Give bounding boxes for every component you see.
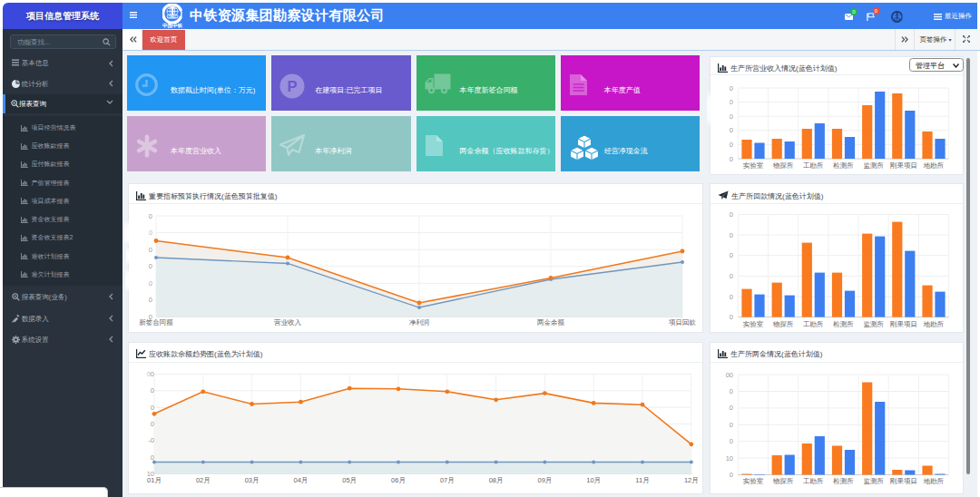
svg-text:实验室: 实验室: [743, 320, 764, 328]
svg-text:0: 0: [730, 251, 733, 259]
svg-text:0: 0: [151, 453, 154, 461]
svg-text:09月: 09月: [537, 476, 552, 484]
svg-text:0: 0: [730, 293, 733, 301]
svg-text:0: 0: [730, 471, 733, 479]
svg-text:0: 0: [151, 403, 154, 411]
svg-text:10: 10: [726, 453, 733, 462]
svg-text:03月: 03月: [245, 476, 260, 484]
svg-text:项目回款: 项目回款: [669, 318, 697, 326]
svg-text:检测所: 检测所: [832, 477, 854, 485]
svg-text:0: 0: [730, 387, 733, 395]
svg-text:物探所: 物探所: [773, 161, 794, 170]
svg-text:地勘所: 地勘所: [923, 320, 945, 328]
svg-text:净利润: 净利润: [409, 318, 430, 326]
svg-text:工勘所: 工勘所: [803, 477, 824, 485]
svg-text:07月: 07月: [440, 476, 455, 484]
svg-text:0: 0: [730, 210, 733, 219]
svg-text:0: 0: [730, 420, 733, 428]
svg-text:02月: 02月: [196, 476, 211, 484]
svg-text:工勘所: 工勘所: [803, 161, 824, 170]
svg-text:0: 0: [730, 404, 733, 412]
svg-text:00: 00: [726, 370, 733, 378]
svg-text:0: 0: [730, 313, 733, 321]
svg-text:10月: 10月: [586, 476, 601, 484]
svg-text:刚果项目: 刚果项目: [890, 320, 917, 328]
svg-text:物探所: 物探所: [773, 320, 794, 328]
svg-text:11月: 11月: [635, 476, 649, 484]
svg-text:地勘所: 地勘所: [923, 161, 945, 170]
svg-text:0: 0: [730, 141, 733, 149]
svg-text:0: 0: [730, 272, 733, 280]
svg-text:0: 0: [149, 296, 152, 304]
svg-text:刚果项目: 刚果项目: [890, 161, 917, 170]
svg-text:0: 0: [730, 437, 733, 445]
svg-text:0: 0: [151, 420, 154, 428]
svg-text:P: P: [288, 78, 298, 94]
svg-text:实验室: 实验室: [743, 161, 764, 170]
svg-text:12月: 12月: [684, 476, 699, 484]
svg-text:04月: 04月: [293, 476, 308, 484]
svg-text:06月: 06月: [391, 476, 406, 484]
svg-text:0: 0: [730, 231, 733, 239]
svg-text:CREC: CREC: [168, 15, 177, 18]
svg-text:两金余额: 两金余额: [536, 318, 565, 326]
svg-text:监测所: 监测所: [863, 161, 884, 170]
svg-text:监测所: 监测所: [863, 477, 884, 485]
svg-text:检测所: 检测所: [832, 320, 854, 328]
svg-text:-0: -0: [148, 436, 154, 444]
svg-text:物探所: 物探所: [773, 477, 794, 485]
svg-text:05月: 05月: [342, 476, 357, 484]
svg-text:08月: 08月: [489, 476, 504, 484]
svg-text:01月: 01月: [147, 476, 162, 484]
svg-text:地勘所: 地勘所: [923, 477, 945, 485]
svg-text:实验室: 实验室: [743, 477, 764, 485]
svg-text:新签合同额: 新签合同额: [139, 318, 173, 326]
svg-text:0: 0: [149, 212, 152, 220]
svg-text:工勘所: 工勘所: [803, 320, 824, 328]
svg-text:营业收入: 营业收入: [274, 318, 302, 326]
svg-text:监测所: 监测所: [863, 320, 884, 328]
svg-text:0: 0: [730, 155, 733, 163]
svg-text:0: 0: [730, 126, 733, 134]
svg-text:检测所: 检测所: [832, 161, 854, 170]
svg-text:刚果项目: 刚果项目: [890, 477, 917, 485]
